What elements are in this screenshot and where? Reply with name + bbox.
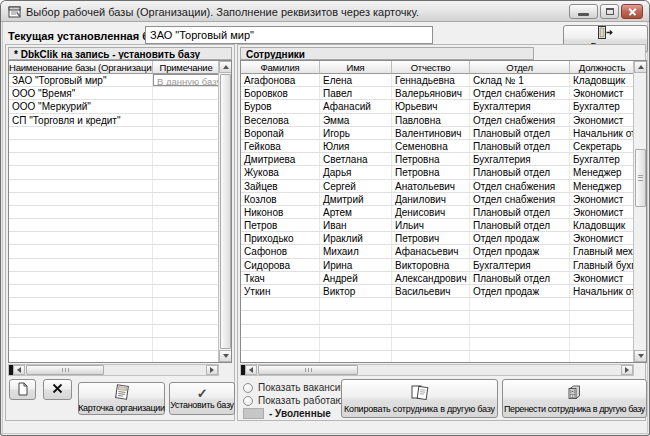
- organization-card-button[interactable]: Карточка организации: [78, 382, 165, 415]
- copy-employee-button[interactable]: Копировать сотрудника в другую базу: [341, 379, 498, 418]
- employee-row[interactable]: ПриходькоИраклийПетровичОтдел продажЭкон…: [241, 232, 635, 245]
- scroll-up-icon[interactable]: [634, 61, 647, 73]
- cell: Андрей: [320, 272, 392, 284]
- base-row[interactable]: ЗАО "Торговый мир"В данную базу пер: [9, 74, 220, 87]
- scroll-left-icon[interactable]: [13, 365, 25, 375]
- scrollbar-thumb[interactable]: [258, 365, 358, 375]
- base-row[interactable]: ООО "Меркурий": [9, 100, 220, 113]
- cell: Плановый отдел: [470, 140, 570, 152]
- employees-horizontal-scrollbar[interactable]: [240, 364, 634, 376]
- employee-row[interactable]: ВоропайИгорьВалентиновичПлановый отделНа…: [241, 127, 635, 140]
- scroll-right-icon[interactable]: [621, 365, 633, 375]
- cell: Жукова: [241, 166, 320, 178]
- base-row[interactable]: СП "Торговля и кредит": [9, 114, 220, 127]
- cell: Плановый отдел: [470, 272, 570, 284]
- show-vacancies-label: Показать вакансии: [258, 382, 346, 393]
- empty-row: [241, 311, 635, 324]
- copy-employee-label: Копировать сотрудника в другую базу: [344, 404, 495, 414]
- base-row[interactable]: ООО "Время": [9, 87, 220, 100]
- employee-row[interactable]: НиконовАртемДенисовичПлановый отделЭконо…: [241, 206, 635, 219]
- close-button[interactable]: [621, 4, 643, 19]
- cell: [9, 245, 153, 257]
- delete-base-button[interactable]: [43, 379, 72, 400]
- employee-row[interactable]: АгафоноваЕленаГеннадьевнаСклад № 1Кладов…: [241, 74, 635, 87]
- current-base-input[interactable]: ЗАО "Торговый мир": [145, 26, 433, 44]
- employee-row[interactable]: СафоновМихаилАфанасьевичОтдел продажГлав…: [241, 245, 635, 258]
- bases-vertical-scrollbar[interactable]: [218, 61, 231, 362]
- cell: [470, 311, 570, 323]
- cell: Афанасьевич: [392, 245, 470, 257]
- form-icon: [8, 5, 22, 23]
- empty-row: [9, 232, 220, 245]
- cell: Менеджер: [570, 166, 635, 178]
- scrollbar-thumb[interactable]: [635, 149, 646, 207]
- empty-row: [9, 140, 220, 153]
- cell: ООО "Меркурий": [9, 100, 153, 112]
- new-base-button[interactable]: [9, 379, 36, 400]
- cell: Викторовна: [392, 259, 470, 271]
- cell: [320, 298, 392, 310]
- employee-row[interactable]: ТкачАндрейАлександровичПлановый отделЭко…: [241, 272, 635, 285]
- employee-row[interactable]: УткинВикторВасильевичОтдел продажНачальн…: [241, 285, 635, 298]
- maximize-button[interactable]: [600, 4, 619, 19]
- empty-row: [9, 180, 220, 193]
- cell: Александрович: [392, 272, 470, 284]
- cell: Отдел продаж: [470, 245, 570, 257]
- empty-row: [9, 311, 220, 324]
- show-working-radio[interactable]: [243, 396, 253, 406]
- employee-row[interactable]: ГейковаЮлияСеменовнаПлановый отделСекрет…: [241, 140, 635, 153]
- empty-row: [9, 272, 220, 285]
- cell: [320, 351, 392, 363]
- bases-horizontal-scrollbar[interactable]: [8, 364, 219, 376]
- window-title: Выбор рабочей базы (Организации). Заполн…: [26, 6, 419, 18]
- set-base-button[interactable]: ✓ Установить базу: [169, 382, 235, 415]
- employees-vertical-scrollbar[interactable]: [633, 61, 646, 362]
- cell: Дарья: [320, 166, 392, 178]
- employee-row[interactable]: ДмитриеваСветланаПетровнаБухгалтерияБухг…: [241, 153, 635, 166]
- scroll-down-icon[interactable]: [219, 350, 232, 362]
- employee-row[interactable]: ЖуковаДарьяПетровнаПлановый отделМенедже…: [241, 166, 635, 179]
- scrollbar-thumb[interactable]: [220, 74, 231, 349]
- minimize-icon: [578, 13, 589, 16]
- cell: [570, 325, 635, 337]
- column-header: Должность: [570, 61, 635, 74]
- cell: [241, 351, 320, 363]
- employee-row[interactable]: БуровАфанасийЮрьевичБухгалтерияБухгалтер: [241, 100, 635, 113]
- cell: [392, 338, 470, 350]
- scroll-up-icon[interactable]: [219, 61, 232, 73]
- employee-row[interactable]: СидороваИринаВикторовнаБухгалтерияГлавны…: [241, 259, 635, 272]
- cell: Сергей: [320, 180, 392, 192]
- scrollbar-thumb[interactable]: [26, 365, 104, 375]
- cell: [9, 351, 153, 363]
- employee-row[interactable]: КозловДмитрийДаниловичОтдел снабженияЭко…: [241, 193, 635, 206]
- cell: Юрьевич: [392, 100, 470, 112]
- cell: Гейкова: [241, 140, 320, 152]
- cell: Менеджер: [570, 180, 635, 192]
- cell: [9, 285, 153, 297]
- move-employee-button[interactable]: Перенести сотрудника в другую базу: [502, 379, 647, 418]
- scroll-right-icon[interactable]: [206, 365, 218, 375]
- cell: Елена: [320, 74, 392, 86]
- cell: [570, 298, 635, 310]
- cell: Артем: [320, 206, 392, 218]
- cell: [241, 311, 320, 323]
- set-base-label: Установить базу: [170, 400, 234, 410]
- scroll-left-icon[interactable]: [245, 365, 257, 375]
- cell: Отдел снабжения: [470, 193, 570, 205]
- cell: [470, 298, 570, 310]
- scroll-down-icon[interactable]: [634, 350, 647, 362]
- cell: [153, 166, 220, 178]
- cell: [9, 325, 153, 337]
- fired-color-swatch: [243, 408, 264, 419]
- cell: [153, 311, 220, 323]
- employee-row[interactable]: ВеселоваЭммаПавловнаОтдел снабженияЭконо…: [241, 114, 635, 127]
- minimize-button[interactable]: [569, 4, 598, 19]
- show-vacancies-radio[interactable]: [243, 383, 253, 393]
- cell: [241, 298, 320, 310]
- cell: Воропай: [241, 127, 320, 139]
- employee-row[interactable]: ЗайцевСергейАнатольевичОтдел снабженияМе…: [241, 180, 635, 193]
- employee-row[interactable]: ПетровИванИльичПлановый отделКладовщик: [241, 219, 635, 232]
- titlebar[interactable]: Выбор рабочей базы (Организации). Заполн…: [1, 1, 649, 22]
- cell: Экономист: [570, 232, 635, 244]
- employee-row[interactable]: БоровковПавелВалерьяновичОтдел снабжения…: [241, 87, 635, 100]
